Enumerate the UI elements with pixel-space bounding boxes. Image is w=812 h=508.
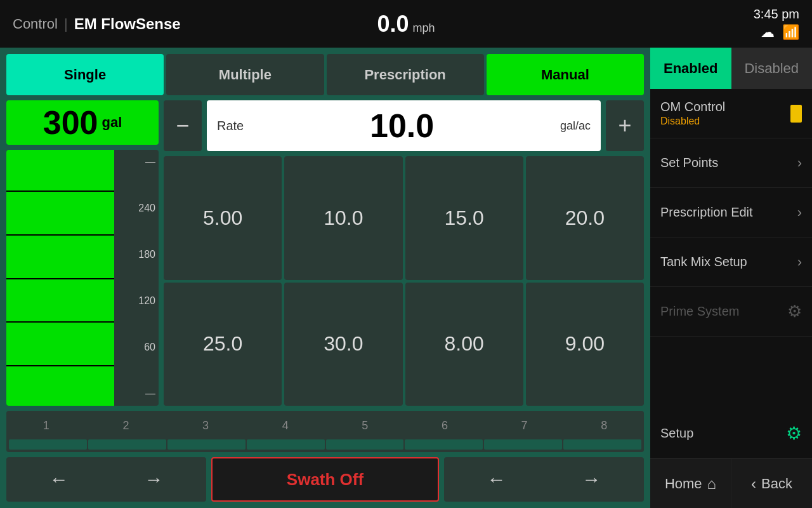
sidebar-item-om-control[interactable]: OM Control Disabled <box>650 89 812 138</box>
topbar: Control | EM FlowSense 0.0 mph 3:45 pm ☁… <box>0 0 812 48</box>
set-points-content: Set Points <box>660 156 797 170</box>
sidebar-spacer <box>650 337 812 409</box>
channel-bar-7 <box>484 439 562 450</box>
gauge-bar <box>6 150 114 406</box>
tick-60: 60 <box>111 342 155 353</box>
set-points-title: Set Points <box>660 156 797 170</box>
prescription-edit-content: Prescription Edit <box>660 205 797 220</box>
sidebar-item-prescription-edit[interactable]: Prescription Edit › <box>650 188 812 237</box>
rate-minus-button[interactable]: − <box>164 100 202 151</box>
channel-8[interactable]: 8 <box>564 413 644 438</box>
sidebar-item-setup[interactable]: Setup ⚙ <box>650 409 812 458</box>
om-control-content: OM Control Disabled <box>660 100 785 127</box>
channel-3[interactable]: 3 <box>166 413 246 438</box>
toggle-row: Enabled Disabled <box>650 48 812 89</box>
right-nav-right-button[interactable]: → <box>572 464 611 495</box>
set-points-chevron-icon: › <box>797 155 802 171</box>
control-label: Control <box>13 16 58 32</box>
tick-240: 240 <box>111 203 155 214</box>
channel-1[interactable]: 1 <box>6 413 86 438</box>
tab-single[interactable]: Single <box>6 54 164 95</box>
prime-system-gear-icon: ⚙ <box>787 302 802 321</box>
channel-bars <box>6 439 644 450</box>
gauge-container: — 240 180 120 60 — <box>6 150 159 406</box>
tick-top: — <box>111 156 155 168</box>
preset-cell-5[interactable]: 30.0 <box>284 283 402 406</box>
tick-120: 120 <box>111 295 155 307</box>
speed-area: 0.0 mph <box>377 11 435 37</box>
prime-system-title: Prime System <box>660 304 787 319</box>
channel-7[interactable]: 7 <box>485 413 565 438</box>
status-icons: ☁ 📶 <box>761 24 799 41</box>
left-col: 300 gal — 240 180 <box>6 100 159 406</box>
tick-bottom: — <box>111 388 155 399</box>
preset-cell-3[interactable]: 20.0 <box>526 156 644 280</box>
content-area: 300 gal — 240 180 <box>6 100 644 406</box>
home-button[interactable]: Home ⌂ <box>650 459 731 508</box>
toggle-disabled-button[interactable]: Disabled <box>731 48 813 89</box>
om-control-indicator <box>790 105 802 123</box>
channel-2[interactable]: 2 <box>86 413 166 438</box>
top-right: 3:45 pm ☁ 📶 <box>754 0 799 48</box>
toggle-enabled-button[interactable]: Enabled <box>650 48 731 89</box>
right-col: − Rate 10.0 gal/ac + 5.00 10.0 15.0 20.0… <box>164 100 644 406</box>
setup-title: Setup <box>660 426 786 441</box>
tab-manual[interactable]: Manual <box>487 54 644 95</box>
channel-bar-5 <box>326 439 404 450</box>
sidebar-item-set-points[interactable]: Set Points › <box>650 138 812 188</box>
channel-bar-8 <box>563 439 641 450</box>
tick-180: 180 <box>111 249 155 260</box>
tabs-row: Single Multiple Prescription Manual <box>6 54 644 95</box>
channel-6[interactable]: 6 <box>405 413 485 438</box>
tab-prescription[interactable]: Prescription <box>327 54 484 95</box>
sidebar-item-tank-mix-setup[interactable]: Tank Mix Setup › <box>650 237 812 287</box>
channel-4[interactable]: 4 <box>246 413 325 438</box>
preset-cell-1[interactable]: 10.0 <box>284 156 402 280</box>
right-nav-group: ← → <box>444 457 644 502</box>
speed-unit: mph <box>413 22 435 35</box>
preset-grid: 5.00 10.0 15.0 20.0 25.0 30.0 8.00 9.00 <box>164 156 644 406</box>
cloud-icon: ☁ <box>761 24 775 41</box>
channel-5[interactable]: 5 <box>325 413 405 438</box>
preset-cell-4[interactable]: 25.0 <box>164 283 282 406</box>
home-label: Home <box>665 476 702 492</box>
right-nav-left-button[interactable]: ← <box>477 464 516 495</box>
tank-mix-setup-chevron-icon: › <box>797 254 802 271</box>
tank-mix-setup-title: Tank Mix Setup <box>660 255 797 269</box>
prescription-edit-chevron-icon: › <box>797 204 802 221</box>
left-nav-group: ← → <box>6 457 206 502</box>
om-control-subtitle: Disabled <box>660 116 785 127</box>
preset-cell-6[interactable]: 8.00 <box>405 283 523 406</box>
left-nav-left-button[interactable]: ← <box>39 464 79 495</box>
sidebar-item-prime-system: Prime System ⚙ <box>650 287 812 337</box>
wifi-icon: 📶 <box>782 24 799 41</box>
channel-row: 1 2 3 4 5 6 7 8 <box>6 411 644 452</box>
channel-bar-2 <box>88 439 166 450</box>
rate-plus-button[interactable]: + <box>606 100 644 151</box>
right-panel: Enabled Disabled OM Control Disabled Set… <box>650 48 812 508</box>
app-title: EM FlowSense <box>74 15 181 33</box>
preset-cell-0[interactable]: 5.00 <box>164 156 282 280</box>
left-nav-right-button[interactable]: → <box>134 464 173 495</box>
swath-off-button[interactable]: Swath Off <box>211 457 438 502</box>
rate-unit: gal/ac <box>560 119 591 133</box>
setup-gear-icon: ⚙ <box>786 423 802 444</box>
prime-system-content: Prime System <box>660 304 787 319</box>
back-button[interactable]: ‹ Back <box>731 459 812 508</box>
rate-value: 10.0 <box>250 107 554 145</box>
preset-cell-2[interactable]: 15.0 <box>405 156 523 280</box>
rate-label: Rate <box>217 119 244 133</box>
channel-bar-4 <box>247 439 325 450</box>
back-label: Back <box>761 476 792 492</box>
channel-bar-1 <box>9 439 87 450</box>
tank-value: 300 <box>43 104 98 142</box>
left-panel: Single Multiple Prescription Manual 300 … <box>0 48 650 508</box>
channel-bar-6 <box>405 439 483 450</box>
om-control-title: OM Control <box>660 100 785 114</box>
preset-cell-7[interactable]: 9.00 <box>526 283 644 406</box>
rate-display: Rate 10.0 gal/ac <box>207 100 601 151</box>
rate-row: − Rate 10.0 gal/ac + <box>164 100 644 151</box>
speed-value: 0.0 <box>377 11 409 37</box>
tab-multiple[interactable]: Multiple <box>166 54 324 95</box>
main: Single Multiple Prescription Manual 300 … <box>0 48 812 508</box>
